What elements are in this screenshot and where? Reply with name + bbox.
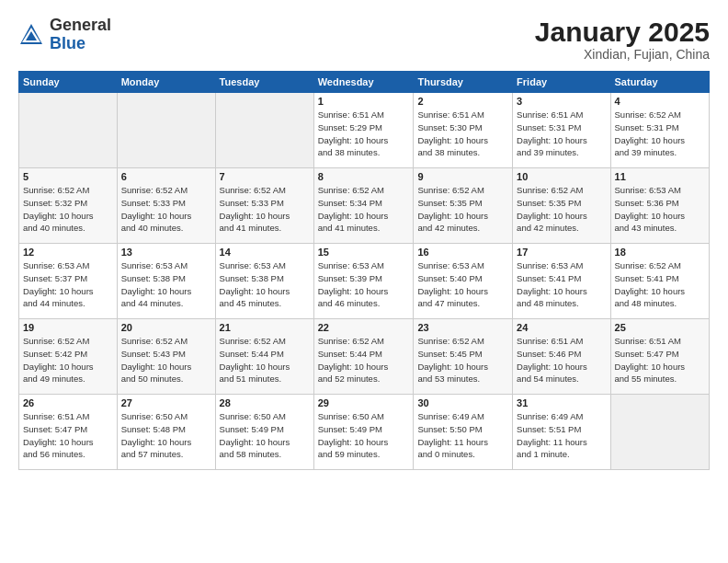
table-row: 8Sunrise: 6:52 AM Sunset: 5:34 PM Daylig… [313,168,414,244]
table-row: 20Sunrise: 6:52 AM Sunset: 5:43 PM Dayli… [117,319,215,395]
table-row [117,93,215,168]
week-row-4: 19Sunrise: 6:52 AM Sunset: 5:42 PM Dayli… [19,319,710,395]
day-number: 2 [417,96,508,107]
col-monday: Monday [117,72,215,93]
day-info: Sunrise: 6:50 AM Sunset: 5:49 PM Dayligh… [318,410,410,461]
day-number: 16 [417,247,508,258]
day-info: Sunrise: 6:51 AM Sunset: 5:31 PM Dayligh… [517,109,606,159]
day-info: Sunrise: 6:50 AM Sunset: 5:49 PM Dayligh… [220,410,310,461]
table-row: 29Sunrise: 6:50 AM Sunset: 5:49 PM Dayli… [313,395,414,470]
table-row: 12Sunrise: 6:53 AM Sunset: 5:37 PM Dayli… [19,244,118,319]
table-row: 1Sunrise: 6:51 AM Sunset: 5:29 PM Daylig… [313,93,414,168]
day-number: 6 [121,171,211,182]
calendar-table: Sunday Monday Tuesday Wednesday Thursday… [18,71,710,470]
day-number: 5 [23,171,113,182]
logo: General Blue [18,17,111,53]
col-sunday: Sunday [19,72,118,93]
table-row: 3Sunrise: 6:51 AM Sunset: 5:31 PM Daylig… [513,93,610,168]
day-info: Sunrise: 6:52 AM Sunset: 5:34 PM Dayligh… [318,184,410,235]
day-number: 24 [517,322,606,333]
day-info: Sunrise: 6:53 AM Sunset: 5:38 PM Dayligh… [220,259,310,310]
day-info: Sunrise: 6:52 AM Sunset: 5:45 PM Dayligh… [417,335,508,385]
table-row: 11Sunrise: 6:53 AM Sunset: 5:36 PM Dayli… [610,168,709,244]
logo-icon [18,22,44,48]
day-info: Sunrise: 6:51 AM Sunset: 5:47 PM Dayligh… [615,335,705,385]
day-info: Sunrise: 6:52 AM Sunset: 5:41 PM Dayligh… [615,259,705,310]
day-number: 7 [220,171,310,182]
week-row-3: 12Sunrise: 6:53 AM Sunset: 5:37 PM Dayli… [19,244,710,319]
table-row: 28Sunrise: 6:50 AM Sunset: 5:49 PM Dayli… [215,395,313,470]
day-number: 14 [220,247,310,258]
table-row: 14Sunrise: 6:53 AM Sunset: 5:38 PM Dayli… [215,244,313,319]
day-info: Sunrise: 6:52 AM Sunset: 5:33 PM Dayligh… [220,184,310,235]
table-row: 30Sunrise: 6:49 AM Sunset: 5:50 PM Dayli… [414,395,513,470]
table-row: 6Sunrise: 6:52 AM Sunset: 5:33 PM Daylig… [117,168,215,244]
day-info: Sunrise: 6:52 AM Sunset: 5:35 PM Dayligh… [417,184,508,235]
table-row: 26Sunrise: 6:51 AM Sunset: 5:47 PM Dayli… [19,395,118,470]
day-info: Sunrise: 6:51 AM Sunset: 5:30 PM Dayligh… [417,109,508,159]
table-row: 18Sunrise: 6:52 AM Sunset: 5:41 PM Dayli… [610,244,709,319]
day-info: Sunrise: 6:49 AM Sunset: 5:51 PM Dayligh… [517,410,606,461]
day-number: 10 [517,171,606,182]
day-number: 31 [517,397,606,408]
day-info: Sunrise: 6:52 AM Sunset: 5:31 PM Dayligh… [615,109,705,159]
table-row [215,93,313,168]
day-info: Sunrise: 6:53 AM Sunset: 5:40 PM Dayligh… [417,259,508,310]
day-info: Sunrise: 6:53 AM Sunset: 5:38 PM Dayligh… [121,259,211,310]
day-number: 21 [220,322,310,333]
col-saturday: Saturday [610,72,709,93]
table-row: 27Sunrise: 6:50 AM Sunset: 5:48 PM Dayli… [117,395,215,470]
day-number: 19 [23,322,113,333]
day-number: 28 [220,397,310,408]
day-info: Sunrise: 6:51 AM Sunset: 5:29 PM Dayligh… [318,109,410,159]
day-info: Sunrise: 6:53 AM Sunset: 5:39 PM Dayligh… [318,259,410,310]
day-info: Sunrise: 6:53 AM Sunset: 5:36 PM Dayligh… [615,184,705,235]
day-info: Sunrise: 6:52 AM Sunset: 5:32 PM Dayligh… [23,184,113,235]
day-number: 20 [121,322,211,333]
table-row: 23Sunrise: 6:52 AM Sunset: 5:45 PM Dayli… [414,319,513,395]
day-number: 30 [417,397,508,408]
table-row: 21Sunrise: 6:52 AM Sunset: 5:44 PM Dayli… [215,319,313,395]
table-row: 25Sunrise: 6:51 AM Sunset: 5:47 PM Dayli… [610,319,709,395]
table-row: 24Sunrise: 6:51 AM Sunset: 5:46 PM Dayli… [513,319,610,395]
day-info: Sunrise: 6:53 AM Sunset: 5:37 PM Dayligh… [23,259,113,310]
table-row: 17Sunrise: 6:53 AM Sunset: 5:41 PM Dayli… [513,244,610,319]
table-row [19,93,118,168]
day-info: Sunrise: 6:51 AM Sunset: 5:46 PM Dayligh… [517,335,606,385]
day-number: 26 [23,397,113,408]
table-row: 13Sunrise: 6:53 AM Sunset: 5:38 PM Dayli… [117,244,215,319]
table-row: 2Sunrise: 6:51 AM Sunset: 5:30 PM Daylig… [414,93,513,168]
week-row-5: 26Sunrise: 6:51 AM Sunset: 5:47 PM Dayli… [19,395,710,470]
day-number: 9 [417,171,508,182]
day-info: Sunrise: 6:52 AM Sunset: 5:44 PM Dayligh… [318,335,410,385]
day-info: Sunrise: 6:52 AM Sunset: 5:42 PM Dayligh… [23,335,113,385]
table-row: 31Sunrise: 6:49 AM Sunset: 5:51 PM Dayli… [513,395,610,470]
day-number: 15 [318,247,410,258]
day-number: 13 [121,247,211,258]
day-info: Sunrise: 6:49 AM Sunset: 5:50 PM Dayligh… [417,410,508,461]
logo-text: General Blue [50,17,111,53]
day-number: 25 [615,322,705,333]
table-row: 16Sunrise: 6:53 AM Sunset: 5:40 PM Dayli… [414,244,513,319]
table-row: 10Sunrise: 6:52 AM Sunset: 5:35 PM Dayli… [513,168,610,244]
day-info: Sunrise: 6:53 AM Sunset: 5:41 PM Dayligh… [517,259,606,310]
day-number: 17 [517,247,606,258]
table-row: 7Sunrise: 6:52 AM Sunset: 5:33 PM Daylig… [215,168,313,244]
day-number: 18 [615,247,705,258]
day-number: 11 [615,171,705,182]
day-info: Sunrise: 6:52 AM Sunset: 5:35 PM Dayligh… [517,184,606,235]
day-info: Sunrise: 6:50 AM Sunset: 5:48 PM Dayligh… [121,410,211,461]
day-info: Sunrise: 6:52 AM Sunset: 5:44 PM Dayligh… [220,335,310,385]
calendar-header-row: Sunday Monday Tuesday Wednesday Thursday… [19,72,710,93]
month-title: January 2025 [535,17,710,47]
location-subtitle: Xindian, Fujian, China [535,47,710,62]
day-info: Sunrise: 6:52 AM Sunset: 5:33 PM Dayligh… [121,184,211,235]
day-number: 1 [318,96,410,107]
page-header: General Blue January 2025 Xindian, Fujia… [18,17,710,62]
table-row: 19Sunrise: 6:52 AM Sunset: 5:42 PM Dayli… [19,319,118,395]
day-number: 29 [318,397,410,408]
table-row [610,395,709,470]
col-tuesday: Tuesday [215,72,313,93]
day-number: 22 [318,322,410,333]
day-info: Sunrise: 6:51 AM Sunset: 5:47 PM Dayligh… [23,410,113,461]
